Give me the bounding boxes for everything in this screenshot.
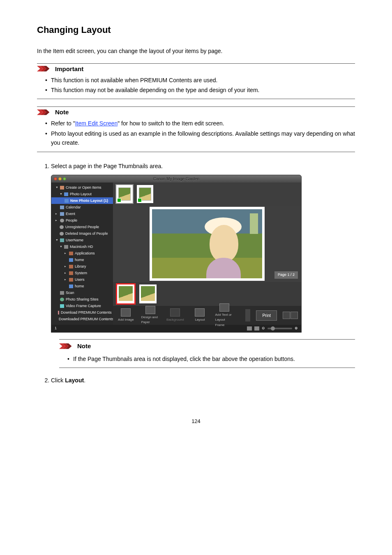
step-2: Click Layout. — [51, 376, 355, 385]
page-thumb[interactable] — [139, 284, 157, 303]
print-button[interactable]: Print — [256, 310, 277, 321]
main-area: Page 1 / 2 Add Image Design and Paper Ba… — [113, 183, 301, 325]
sidebar: ▼Create or Open Items ▼Photo Layout New … — [51, 183, 113, 325]
sidebar-item-photo-layout[interactable]: ▼Photo Layout — [51, 191, 113, 197]
step-1: Select a page in the Page Thumbnails are… — [51, 162, 355, 368]
zoom-in-icon[interactable]: ⊕ — [295, 326, 298, 331]
image-thumb[interactable] — [116, 185, 133, 203]
download-icon — [58, 311, 59, 314]
edit-icon — [60, 186, 64, 190]
sidebar-item-calendar[interactable]: Calendar — [51, 204, 113, 210]
page-number: 124 — [37, 418, 355, 424]
titlebar: Canon My Image Garden — [51, 175, 301, 183]
sidebar-item-home2[interactable]: home — [51, 283, 113, 289]
sidebar-item-macintosh-hd[interactable]: ▼Macintosh HD — [51, 243, 113, 250]
refer-prefix: Refer to " — [51, 120, 75, 127]
background-button: Background — [166, 308, 184, 322]
sidebar-item-download-premium[interactable]: Download PREMIUM Contents — [51, 309, 113, 316]
home-icon — [69, 284, 73, 288]
folder-icon — [69, 271, 73, 275]
note-title: Note — [55, 109, 69, 116]
note-item: If the Page Thumbnails area is not displ… — [73, 354, 355, 363]
step1-text: Select a page in the Page Thumbnails are… — [51, 163, 163, 169]
add-image-button[interactable]: Add Image — [116, 308, 135, 322]
app-window: Canon My Image Garden ▼Create or Open It… — [51, 175, 302, 333]
important-callout: Important This function is not available… — [37, 63, 355, 99]
step2-strong: Layout — [65, 377, 84, 384]
photo-preview — [150, 207, 265, 281]
scan-icon — [60, 291, 64, 295]
item-edit-screen-link[interactable]: Item Edit Screen — [75, 120, 118, 127]
layout-button[interactable]: Layout — [190, 308, 209, 322]
refer-suffix: " for how to switch to the Item edit scr… — [118, 120, 224, 127]
arrows-icon — [59, 343, 75, 349]
monitor-icon — [60, 238, 64, 242]
canvas[interactable]: Page 1 / 2 — [113, 206, 301, 282]
sidebar-item-photo-sharing-sites[interactable]: Photo Sharing Sites — [51, 296, 113, 303]
step2-prefix: Click — [51, 377, 65, 384]
image-thumbs-row — [113, 183, 301, 206]
important-item: This function may not be available depen… — [51, 86, 355, 95]
page-thumbnails — [113, 282, 301, 306]
check-icon — [138, 198, 142, 202]
grid-icon — [64, 192, 68, 196]
note-item: Refer to "Item Edit Screen" for how to s… — [51, 119, 355, 128]
sidebar-item-home[interactable]: home — [51, 257, 113, 263]
design-paper-button[interactable]: Design and Paper — [141, 306, 160, 325]
person-icon — [60, 219, 64, 222]
grid-icon — [65, 199, 69, 203]
toolbar: Add Image Design and Paper Background La… — [113, 306, 301, 325]
person-icon — [60, 225, 64, 229]
note-callout: Note Refer to "Item Edit Screen" for how… — [37, 106, 355, 152]
prev-arrow-icon[interactable] — [283, 312, 290, 319]
sidebar-item-library[interactable]: ▸Library — [51, 263, 113, 270]
sidebar-item-scan[interactable]: Scan — [51, 289, 113, 296]
image-thumb[interactable] — [137, 185, 153, 203]
important-item: This function is not available when PREM… — [51, 76, 355, 85]
sidebar-item-applications[interactable]: ▸Applications — [51, 250, 113, 257]
page-title: Changing Layout — [37, 25, 355, 35]
page-indicator: Page 1 / 2 — [274, 271, 298, 279]
view-fullscreen-icon[interactable] — [254, 326, 259, 331]
sidebar-item-create-open[interactable]: ▼Create or Open Items — [51, 184, 113, 191]
film-icon — [60, 304, 64, 308]
intro-text: In the Item edit screen, you can change … — [37, 47, 355, 56]
view-grid-icon[interactable] — [247, 326, 252, 331]
check-icon — [117, 198, 121, 202]
add-text-button[interactable]: Add Text or Layout Frame — [215, 303, 234, 328]
calendar-icon — [60, 206, 64, 209]
important-title: Important — [55, 65, 83, 72]
event-icon — [60, 212, 64, 216]
zoom-out-icon[interactable]: ⊖ — [262, 326, 265, 331]
window-title: Canon My Image Garden — [51, 176, 301, 183]
note-callout: Note If the Page Thumbnails area is not … — [59, 339, 355, 368]
person-icon — [60, 232, 64, 236]
status-count: 1 — [55, 326, 57, 331]
sidebar-item-users[interactable]: ▸Users — [51, 276, 113, 283]
hd-icon — [64, 245, 68, 249]
arrows-icon — [37, 65, 53, 72]
step2-suffix: . — [84, 377, 85, 384]
sidebar-item-deleted-people[interactable]: Deleted Images of People — [51, 230, 113, 237]
folder-icon — [69, 252, 73, 255]
next-arrow-icon[interactable] — [291, 312, 298, 319]
globe-icon — [60, 298, 64, 301]
arrows-icon — [37, 109, 53, 116]
sidebar-item-downloaded-premium[interactable]: Downloaded PREMIUM Contents — [51, 316, 113, 322]
chevron-right-icon[interactable] — [245, 309, 250, 321]
note-title: Note — [77, 341, 91, 351]
sidebar-item-people[interactable]: ▸People — [51, 217, 113, 224]
sidebar-item-new-photo-layout[interactable]: New Photo Layout (1) — [51, 197, 113, 204]
note-item: Photo layout editing is used as an examp… — [51, 129, 355, 148]
sidebar-item-unregistered-people[interactable]: Unregistered People — [51, 224, 113, 230]
statusbar: 1 ⊖ ⊕ — [51, 325, 301, 332]
home-icon — [69, 258, 73, 262]
zoom-slider[interactable] — [267, 328, 292, 329]
sidebar-item-event[interactable]: ▸Event — [51, 210, 113, 217]
folder-icon — [69, 265, 73, 268]
page-thumb[interactable] — [117, 284, 134, 303]
folder-icon — [69, 278, 73, 282]
sidebar-item-video-frame-capture[interactable]: Video Frame Capture — [51, 303, 113, 309]
sidebar-item-system[interactable]: ▸System — [51, 270, 113, 276]
sidebar-item-username[interactable]: ▼UserName — [51, 237, 113, 243]
